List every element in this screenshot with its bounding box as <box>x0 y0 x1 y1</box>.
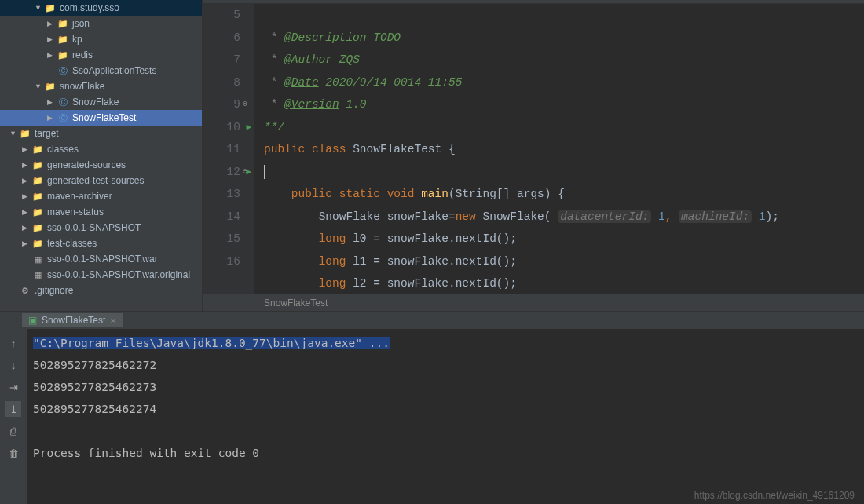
class-icon: Ⓒ <box>57 65 69 76</box>
tree-item-classes[interactable]: ▶📁classes <box>0 141 202 157</box>
tree-item-maven-archiver[interactable]: ▶📁maven-archiver <box>0 188 202 204</box>
expand-arrow-icon[interactable]: ▶ <box>22 145 30 153</box>
expand-arrow-icon[interactable]: ▶ <box>22 224 30 232</box>
scroll-down-icon[interactable]: ↓ <box>5 357 21 373</box>
tree-item-sso-0-0-1-snapshot-war-original[interactable]: ▦sso-0.0.1-SNAPSHOT.war.original <box>0 267 202 283</box>
package-icon: 📁 <box>44 81 57 92</box>
tree-item-label: SnowFlakeTest <box>72 112 136 123</box>
expand-arrow-icon[interactable]: ▶ <box>22 239 30 247</box>
gutter-line[interactable]: 12▶⊖ <box>203 161 240 184</box>
run-tab-label: SnowFlakeTest <box>42 315 105 326</box>
tree-item-label: sso-0.0.1-SNAPSHOT.war.original <box>47 269 190 280</box>
run-tab-bar[interactable]: ▣ SnowFlakeTest ✕ <box>0 312 864 329</box>
console-command: "C:\Program Files\Java\jdk1.8.0_77\bin\j… <box>33 337 390 349</box>
expand-arrow-icon[interactable]: ▶ <box>22 208 30 216</box>
tree-item-label: maven-archiver <box>47 191 112 202</box>
tree-item-label: sso-0.0.1-SNAPSHOT.war <box>47 254 158 265</box>
excluded-folder-icon: 📁 <box>31 144 44 155</box>
code-content[interactable]: * @Description TODO * @Author ZQS * @Dat… <box>254 4 864 294</box>
excluded-folder-icon: 📁 <box>19 128 31 139</box>
breadcrumb[interactable]: SnowFlakeTest <box>203 294 864 311</box>
file-icon: ⚙ <box>19 285 31 296</box>
run-panel: ▣ SnowFlakeTest ✕ ↑ ↓ ⇥ ⤓ ⎙ 🗑 "C:\Progra… <box>0 311 864 504</box>
console-line: 502895277825462274 <box>33 398 858 420</box>
gutter-line[interactable]: 13 <box>203 183 240 206</box>
gutter-line[interactable]: 15 <box>203 228 240 250</box>
console-line: 502895277825462273 <box>33 376 858 398</box>
tree-item-label: maven-status <box>47 206 104 217</box>
tree-item-json[interactable]: ▶📁json <box>0 16 202 31</box>
expand-arrow-icon[interactable]: ▼ <box>35 4 42 12</box>
gutter-line[interactable]: 11 <box>203 138 240 161</box>
tree-item-snowflaketest[interactable]: ▶ⒸSnowFlakeTest <box>0 110 202 126</box>
console-line: 502895277825462272 <box>33 354 858 376</box>
project-tree[interactable]: ▼📁com.study.sso▶📁json▶📁kp▶📁redisⒸSsoAppl… <box>0 0 202 311</box>
tree-item-label: SnowFlake <box>72 97 119 108</box>
tree-item-sso-0-0-1-snapshot-war[interactable]: ▦sso-0.0.1-SNAPSHOT.war <box>0 251 202 267</box>
expand-arrow-icon[interactable]: ▶ <box>47 20 55 27</box>
file-icon: ▦ <box>31 269 44 280</box>
tree-item-snowflake[interactable]: ▶ⒸSnowFlake <box>0 94 202 110</box>
package-icon: 📁 <box>57 34 69 45</box>
tree-item-label: json <box>72 18 90 29</box>
gutter[interactable]: 56789⊖10▶1112▶⊖13141516 <box>203 4 254 294</box>
fold-icon[interactable]: ⊖ <box>243 93 247 116</box>
print-icon[interactable]: ⎙ <box>5 423 21 439</box>
tree-item-label: generated-test-sources <box>47 175 144 186</box>
expand-arrow-icon[interactable]: ▶ <box>47 98 55 106</box>
scroll-up-icon[interactable]: ↑ <box>5 335 21 351</box>
gutter-line[interactable]: 7 <box>203 49 240 71</box>
excluded-folder-icon: 📁 <box>31 159 44 170</box>
scroll-to-end-icon[interactable]: ⤓ <box>5 401 21 417</box>
excluded-folder-icon: 📁 <box>31 206 44 217</box>
tree-item-redis[interactable]: ▶📁redis <box>0 47 202 63</box>
tree-item-label: redis <box>72 49 93 60</box>
expand-arrow-icon[interactable]: ▶ <box>22 161 30 169</box>
class-icon: Ⓒ <box>57 112 69 123</box>
tree-item-com-study-sso[interactable]: ▼📁com.study.sso <box>0 0 202 16</box>
run-gutter-icon[interactable]: ▶ <box>246 116 251 139</box>
tree-item-generated-test-sources[interactable]: ▶📁generated-test-sources <box>0 173 202 188</box>
run-icon: ▣ <box>28 315 37 326</box>
gutter-line[interactable]: 6 <box>203 27 240 49</box>
tree-item-maven-status[interactable]: ▶📁maven-status <box>0 204 202 220</box>
tree-item-target[interactable]: ▼📁target <box>0 126 202 141</box>
expand-arrow-icon[interactable]: ▼ <box>35 82 42 90</box>
expand-arrow-icon[interactable]: ▶ <box>47 35 55 43</box>
tree-item-test-classes[interactable]: ▶📁test-classes <box>0 236 202 251</box>
console-output[interactable]: "C:\Program Files\Java\jdk1.8.0_77\bin\j… <box>27 329 864 504</box>
tree-item-ssoapplicationtests[interactable]: ⒸSsoApplicationTests <box>0 63 202 79</box>
package-icon: 📁 <box>44 2 57 13</box>
gutter-line[interactable]: 5 <box>203 4 240 27</box>
tree-item-label: snowFlake <box>60 81 104 92</box>
fold-icon[interactable]: ⊖ <box>243 161 247 184</box>
package-icon: 📁 <box>57 18 69 29</box>
expand-arrow-icon[interactable]: ▶ <box>47 51 55 59</box>
tree-item--gitignore[interactable]: ⚙.gitignore <box>0 283 202 298</box>
trash-icon[interactable]: 🗑 <box>5 445 21 461</box>
class-icon: Ⓒ <box>57 97 69 108</box>
expand-arrow-icon[interactable]: ▼ <box>9 130 17 137</box>
soft-wrap-icon[interactable]: ⇥ <box>5 379 21 395</box>
gutter-line[interactable]: 10▶ <box>203 116 240 139</box>
expand-arrow-icon[interactable]: ▶ <box>47 114 55 122</box>
excluded-folder-icon: 📁 <box>31 191 44 202</box>
tree-item-snowflake[interactable]: ▼📁snowFlake <box>0 79 202 94</box>
excluded-folder-icon: 📁 <box>31 238 44 249</box>
close-icon[interactable]: ✕ <box>110 316 116 325</box>
file-icon: ▦ <box>31 254 44 265</box>
gutter-line[interactable]: 8 <box>203 71 240 94</box>
console-exit: Process finished with exit code 0 <box>33 442 858 464</box>
gutter-line[interactable]: 16 <box>203 250 240 273</box>
gutter-line[interactable]: 14 <box>203 206 240 228</box>
expand-arrow-icon[interactable]: ▶ <box>22 192 30 200</box>
watermark: https://blog.csdn.net/weixin_49161209 <box>694 490 855 501</box>
tree-item-generated-sources[interactable]: ▶📁generated-sources <box>0 157 202 173</box>
editor-body[interactable]: 56789⊖10▶1112▶⊖13141516 * @Description T… <box>203 4 864 294</box>
run-tab-snowflaketest[interactable]: ▣ SnowFlakeTest ✕ <box>22 313 123 327</box>
tree-item-kp[interactable]: ▶📁kp <box>0 31 202 47</box>
tree-item-sso-0-0-1-snapshot[interactable]: ▶📁sso-0.0.1-SNAPSHOT <box>0 220 202 236</box>
tree-item-label: classes <box>47 144 79 155</box>
expand-arrow-icon[interactable]: ▶ <box>22 177 30 184</box>
gutter-line[interactable]: 9⊖ <box>203 93 240 116</box>
